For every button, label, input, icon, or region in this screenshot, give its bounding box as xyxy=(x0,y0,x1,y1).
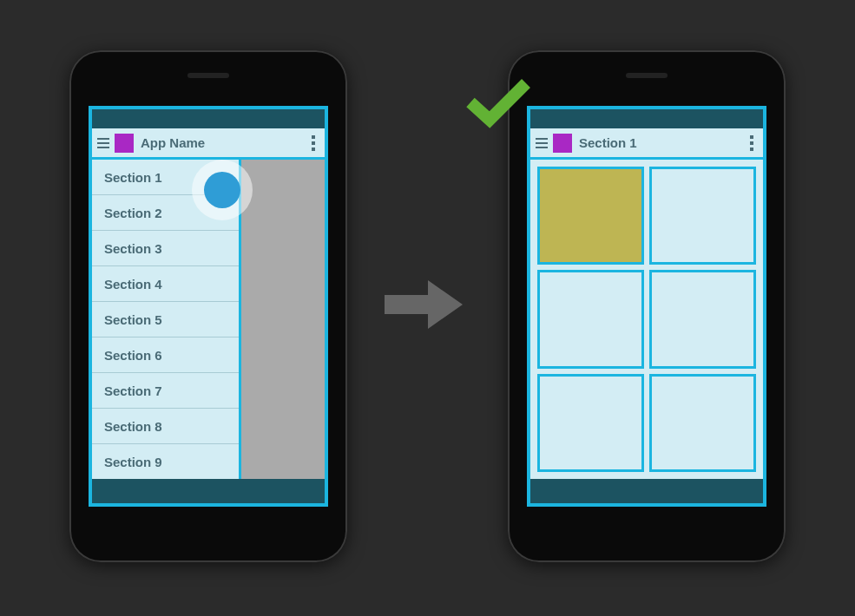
drawer-item-label: Section 8 xyxy=(104,419,162,434)
content-area-after xyxy=(530,160,763,479)
drawer-item-label: Section 6 xyxy=(104,348,162,363)
phone-earpiece xyxy=(187,73,229,78)
action-bar: Section 1 xyxy=(530,128,763,160)
phone-screen-before: App Name Section 1 Section 2 Section 3 S… xyxy=(89,106,328,507)
overflow-icon[interactable] xyxy=(307,135,319,151)
arrow-icon xyxy=(380,278,467,331)
drawer-item-label: Section 9 xyxy=(104,455,162,469)
drawer-item-section8[interactable]: Section 8 xyxy=(92,409,239,444)
app-title: App Name xyxy=(141,135,307,150)
grid-cell-0[interactable] xyxy=(537,167,644,265)
drawer-item-label: Section 3 xyxy=(104,241,162,256)
hamburger-icon[interactable] xyxy=(536,138,548,148)
status-bar xyxy=(92,109,325,128)
content-area-before: Section 1 Section 2 Section 3 Section 4 … xyxy=(92,160,325,479)
drawer-item-label: Section 7 xyxy=(104,383,162,398)
touch-dot xyxy=(204,172,240,208)
overflow-icon[interactable] xyxy=(746,135,758,151)
app-icon[interactable] xyxy=(115,134,134,153)
drawer-item-section4[interactable]: Section 4 xyxy=(92,266,239,302)
drawer-item-label: Section 4 xyxy=(104,277,162,292)
drawer-item-label: Section 2 xyxy=(104,206,162,220)
navigation-bar xyxy=(530,479,763,503)
drawer-item-section5[interactable]: Section 5 xyxy=(92,302,239,337)
content-grid xyxy=(537,167,756,472)
drawer-item-section3[interactable]: Section 3 xyxy=(92,231,239,266)
action-bar: App Name xyxy=(92,128,325,160)
drawer-item-section7[interactable]: Section 7 xyxy=(92,373,239,409)
drawer-item-section9[interactable]: Section 9 xyxy=(92,444,239,479)
touch-indicator xyxy=(192,160,253,220)
grid-cell-3[interactable] xyxy=(649,270,756,368)
phone-earpiece xyxy=(626,73,668,78)
app-title: Section 1 xyxy=(579,135,746,150)
app-icon[interactable] xyxy=(553,134,572,153)
phone-mockup-before: App Name Section 1 Section 2 Section 3 S… xyxy=(69,50,347,562)
grid-cell-5[interactable] xyxy=(649,374,756,472)
drawer-item-label: Section 5 xyxy=(104,312,162,327)
phone-mockup-after: Section 1 xyxy=(508,50,786,562)
navigation-bar xyxy=(92,479,325,503)
drawer-item-section6[interactable]: Section 6 xyxy=(92,337,239,373)
hamburger-icon[interactable] xyxy=(97,138,109,148)
grid-cell-1[interactable] xyxy=(649,167,756,265)
grid-cell-2[interactable] xyxy=(537,270,644,368)
drawer-item-label: Section 1 xyxy=(104,170,162,185)
phone-screen-after: Section 1 xyxy=(527,106,766,507)
status-bar xyxy=(530,109,763,128)
grid-cell-4[interactable] xyxy=(537,374,644,472)
